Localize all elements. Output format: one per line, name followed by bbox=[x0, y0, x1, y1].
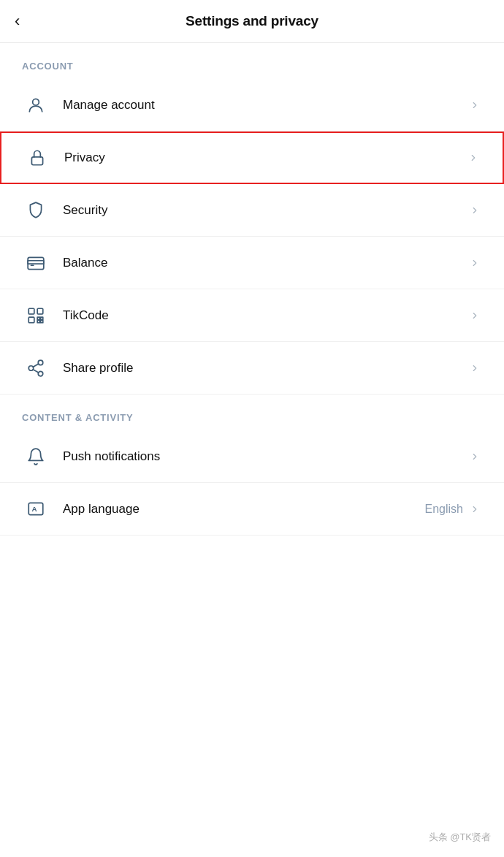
menu-item-app-language[interactable]: A App language English bbox=[0, 483, 504, 536]
chevron-right-icon bbox=[467, 98, 482, 113]
share-profile-label: Share profile bbox=[63, 361, 467, 376]
menu-item-share-profile[interactable]: Share profile bbox=[0, 342, 504, 395]
svg-rect-6 bbox=[37, 308, 43, 314]
share-icon bbox=[22, 354, 50, 382]
svg-rect-5 bbox=[28, 308, 34, 314]
svg-rect-9 bbox=[41, 317, 43, 319]
watermark: 头条 @TK贤者 bbox=[429, 831, 491, 844]
svg-rect-10 bbox=[37, 320, 39, 322]
menu-item-privacy[interactable]: Privacy bbox=[0, 132, 504, 184]
svg-rect-11 bbox=[41, 320, 43, 322]
menu-item-balance[interactable]: Balance bbox=[0, 237, 504, 289]
page-title: Settings and privacy bbox=[186, 13, 318, 29]
chevron-right-icon bbox=[466, 151, 481, 165]
shield-icon bbox=[22, 197, 50, 224]
chevron-right-icon bbox=[467, 256, 482, 270]
svg-text:A: A bbox=[32, 505, 37, 513]
person-icon bbox=[22, 91, 50, 119]
svg-rect-7 bbox=[28, 317, 34, 323]
svg-rect-3 bbox=[28, 260, 44, 263]
header: ‹ Settings and privacy bbox=[0, 0, 504, 43]
chevron-right-icon bbox=[467, 502, 482, 517]
tikcode-label: TikCode bbox=[63, 308, 467, 323]
account-section-label: ACCOUNT bbox=[0, 43, 504, 79]
balance-icon bbox=[22, 249, 50, 277]
app-language-label: App language bbox=[63, 502, 425, 517]
chevron-right-icon bbox=[467, 449, 482, 464]
bell-icon bbox=[22, 443, 50, 471]
content-section-label: CONTENT & ACTIVITY bbox=[0, 395, 504, 430]
chevron-right-icon bbox=[467, 203, 482, 218]
back-button[interactable]: ‹ bbox=[15, 13, 20, 29]
menu-item-manage-account[interactable]: Manage account bbox=[0, 79, 504, 132]
tikcode-icon bbox=[22, 302, 50, 330]
menu-item-security[interactable]: Security bbox=[0, 184, 504, 237]
language-icon: A bbox=[22, 495, 50, 523]
chevron-right-icon bbox=[467, 361, 482, 376]
manage-account-label: Manage account bbox=[63, 98, 467, 113]
menu-item-push-notifications[interactable]: Push notifications bbox=[0, 430, 504, 483]
balance-label: Balance bbox=[63, 256, 467, 270]
chevron-right-icon bbox=[467, 308, 482, 323]
security-label: Security bbox=[63, 203, 467, 218]
menu-item-tikcode[interactable]: TikCode bbox=[0, 289, 504, 342]
svg-line-15 bbox=[33, 369, 38, 372]
svg-rect-8 bbox=[37, 317, 39, 319]
svg-line-16 bbox=[33, 364, 38, 367]
app-language-value: English bbox=[425, 503, 463, 516]
svg-rect-1 bbox=[31, 157, 42, 165]
push-notifications-label: Push notifications bbox=[63, 449, 467, 464]
lock-icon bbox=[23, 144, 51, 172]
privacy-label: Privacy bbox=[64, 151, 466, 165]
svg-point-0 bbox=[33, 99, 39, 105]
